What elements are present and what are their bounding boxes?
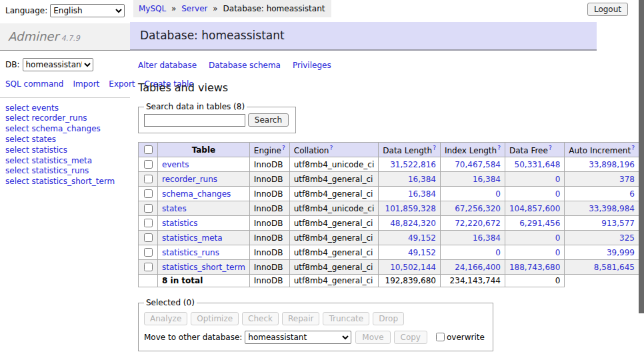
logout-button[interactable]: Logout — [587, 3, 628, 16]
index-length-value[interactable]: 16,384 — [473, 233, 501, 243]
row-checkbox[interactable] — [144, 189, 153, 198]
engine-cell: InnoDB — [249, 216, 289, 231]
data-length-value[interactable]: 31,522,816 — [390, 160, 436, 169]
column-help-link[interactable]: ? — [631, 145, 635, 151]
row-checkbox[interactable] — [144, 219, 153, 227]
index-length-value[interactable]: 24,166,400 — [455, 263, 501, 272]
row-checkbox[interactable] — [144, 233, 153, 242]
table-link-events[interactable]: events — [162, 160, 189, 169]
data-length-value[interactable]: 16,384 — [408, 175, 436, 184]
auto-increment-value[interactable]: 33,398,984 — [589, 204, 635, 213]
index-length-cell: 16,384 — [440, 172, 505, 187]
db-link-privileges[interactable]: Privileges — [293, 61, 331, 70]
column-header-engine: Engine? — [249, 143, 289, 157]
breadcrumb-link-server[interactable]: Server — [181, 4, 207, 13]
index-length-value[interactable]: 67,256,320 — [455, 204, 501, 213]
search-button[interactable]: Search — [248, 113, 289, 127]
data-free-value[interactable]: 0 — [555, 233, 561, 243]
move-button[interactable]: Move — [355, 331, 390, 344]
optimize-button[interactable]: Optimize — [191, 312, 239, 325]
column-header-label: Engine — [254, 146, 281, 155]
index-length-value[interactable]: 16,384 — [473, 175, 501, 184]
data-length-value[interactable]: 49,152 — [408, 233, 436, 243]
column-help-link[interactable]: ? — [433, 145, 436, 151]
row-checkbox[interactable] — [144, 263, 153, 271]
row-checkbox[interactable] — [144, 160, 153, 169]
main-content: MySQL » Server » Database: homeassistant… — [130, 0, 639, 362]
data-free-value[interactable]: 0 — [555, 189, 561, 199]
analyze-button[interactable]: Analyze — [144, 312, 187, 325]
total-collation-cell: utf8mb4_general_ci — [289, 275, 379, 287]
table-row: statesInnoDButf8mb4_unicode_ci101,859,32… — [139, 201, 644, 216]
sidebar-link-select-statistics-runs[interactable]: select statistics_runs — [5, 166, 89, 175]
table-link-schema-changes[interactable]: schema_changes — [162, 189, 231, 199]
column-help-link[interactable]: ? — [549, 145, 552, 151]
scrollbar-thumb[interactable] — [639, 0, 644, 313]
data-length-value[interactable]: 101,859,328 — [385, 204, 436, 213]
data-free-value[interactable]: 50,331,648 — [515, 160, 561, 169]
sidebar-link-select-recorder-runs[interactable]: select recorder_runs — [5, 113, 87, 123]
data-free-value[interactable]: 188,743,680 — [509, 263, 560, 272]
sidebar-link-select-statistics[interactable]: select statistics — [5, 145, 67, 155]
scrollbar-track[interactable] — [639, 0, 644, 362]
table-link-statistics-short-term[interactable]: statistics_short_term — [162, 263, 245, 272]
overwrite-checkbox[interactable] — [436, 333, 445, 341]
data-length-value[interactable]: 10,502,144 — [390, 263, 436, 272]
select-all-checkbox[interactable] — [144, 145, 153, 154]
sidebar-link-select-events[interactable]: select events — [5, 103, 59, 113]
column-help-link[interactable]: ? — [282, 145, 285, 151]
row-checkbox[interactable] — [144, 175, 153, 183]
data-free-value[interactable]: 6,291,456 — [519, 219, 560, 228]
data-length-value[interactable]: 48,824,320 — [390, 219, 436, 228]
data-free-cell: 50,331,648 — [505, 157, 564, 172]
data-free-value[interactable]: 0 — [555, 248, 561, 257]
drop-button[interactable]: Drop — [373, 312, 404, 325]
data-free-value[interactable]: 0 — [555, 175, 561, 184]
selected-legend: Selected (0) — [144, 298, 197, 307]
breadcrumb-link-mysql[interactable]: MySQL — [139, 4, 166, 13]
index-length-value[interactable]: 72,220,672 — [455, 219, 501, 228]
auto-increment-value[interactable]: 8,581,645 — [594, 263, 635, 272]
auto-increment-value[interactable]: 6 — [629, 189, 635, 199]
truncate-button[interactable]: Truncate — [323, 312, 369, 325]
move-database-select[interactable]: homeassistant — [245, 331, 351, 344]
sidebar-action-sql-command[interactable]: SQL command — [5, 79, 63, 89]
db-select[interactable]: homeassistant — [23, 58, 93, 71]
breadcrumb-current: Database: homeassistant — [223, 4, 325, 13]
language-select[interactable]: English — [50, 4, 125, 17]
index-length-cell: 24,166,400 — [440, 260, 505, 275]
column-help-link[interactable]: ? — [329, 145, 333, 151]
data-length-value[interactable]: 49,152 — [408, 248, 436, 257]
db-link-alter-database[interactable]: Alter database — [138, 61, 197, 70]
breadcrumb: MySQL » Server » Database: homeassistant — [133, 0, 331, 17]
sidebar-link-select-statistics-meta[interactable]: select statistics_meta — [5, 156, 92, 165]
check-button[interactable]: Check — [242, 312, 279, 325]
sidebar-action-import[interactable]: Import — [73, 79, 99, 89]
auto-increment-value[interactable]: 33,898,196 — [589, 160, 635, 169]
repair-button[interactable]: Repair — [282, 312, 319, 325]
auto-increment-value[interactable]: 39,999 — [607, 248, 635, 257]
db-link-database-schema[interactable]: Database schema — [209, 61, 281, 70]
data-free-value[interactable]: 104,857,600 — [509, 204, 560, 213]
sidebar-link-select-schema-changes[interactable]: select schema_changes — [5, 124, 101, 133]
auto-increment-value[interactable]: 913,577 — [601, 219, 635, 228]
table-link-statistics-runs[interactable]: statistics_runs — [162, 248, 219, 257]
row-checkbox[interactable] — [144, 248, 153, 257]
column-header-label[interactable]: Table — [192, 145, 216, 155]
search-input[interactable] — [144, 114, 245, 127]
table-link-statistics[interactable]: statistics — [162, 219, 198, 228]
table-link-recorder-runs[interactable]: recorder_runs — [162, 175, 217, 184]
index-length-value[interactable]: 70,467,584 — [455, 160, 501, 169]
sidebar-link-select-states[interactable]: select states — [5, 135, 56, 144]
copy-button[interactable]: Copy — [394, 331, 427, 344]
table-link-statistics-meta[interactable]: statistics_meta — [162, 233, 223, 243]
auto-increment-value[interactable]: 378 — [619, 175, 635, 184]
column-help-link[interactable]: ? — [497, 145, 501, 151]
auto-increment-value[interactable]: 325 — [619, 233, 635, 243]
index-length-value[interactable]: 0 — [495, 248, 501, 257]
data-length-value[interactable]: 16,384 — [408, 189, 436, 199]
sidebar-link-select-statistics-short-term[interactable]: select statistics_short_term — [5, 177, 115, 186]
table-link-states[interactable]: states — [162, 204, 187, 213]
row-checkbox[interactable] — [144, 204, 153, 213]
index-length-value[interactable]: 0 — [495, 189, 501, 199]
